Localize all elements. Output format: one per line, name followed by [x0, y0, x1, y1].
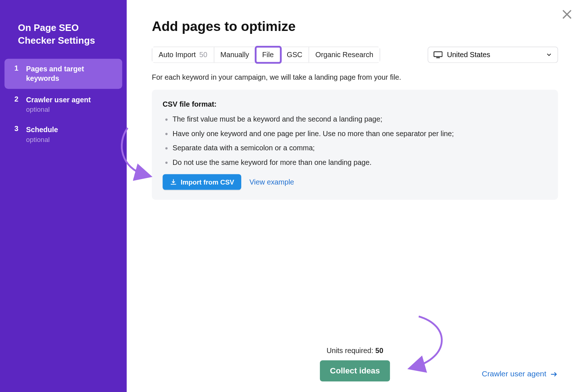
download-icon: [170, 178, 177, 186]
country-label: United States: [447, 51, 541, 59]
options-row: Auto Import 50 Manually File GSC Organic…: [152, 47, 558, 63]
description-text: For each keyword in your campaign, we wi…: [152, 74, 558, 82]
csv-info-item: Do not use the same keyword for more tha…: [163, 157, 547, 168]
import-tabs: Auto Import 50 Manually File GSC Organic…: [152, 47, 380, 63]
csv-info-list: The first value must be a keyword and th…: [163, 114, 547, 168]
units-value: 50: [375, 347, 383, 355]
step-label: Crawler user agent: [26, 95, 91, 105]
sidebar-title: On Page SEO Checker Settings: [0, 21, 127, 58]
step-number: 3: [14, 125, 20, 133]
tab-label: Manually: [220, 51, 249, 59]
step-number: 2: [14, 95, 20, 103]
step-label: Schedule: [26, 125, 58, 135]
next-step-link[interactable]: Crawler user agent: [482, 370, 558, 379]
step-number: 1: [14, 64, 20, 72]
sidebar-step-1[interactable]: 1 Pages and target keywords: [4, 59, 122, 89]
tab-gsc[interactable]: GSC: [281, 47, 309, 62]
csv-info-actions: Import from CSV View example: [163, 174, 547, 190]
button-label: Import from CSV: [181, 178, 234, 186]
step-sublabel: optional: [26, 135, 58, 143]
arrow-right-icon: [550, 370, 558, 378]
step-label: Pages and target keywords: [26, 64, 114, 83]
close-button[interactable]: [561, 8, 574, 21]
sidebar-step-2[interactable]: 2 Crawler user agent optional: [4, 90, 122, 119]
page-title: Add pages to optimize: [152, 19, 558, 34]
main-panel: Add pages to optimize Auto Import 50 Man…: [127, 0, 583, 392]
tab-label: Organic Research: [316, 51, 373, 59]
tab-label: Auto Import: [159, 51, 196, 59]
svg-rect-0: [434, 52, 442, 56]
tab-file[interactable]: File: [256, 47, 281, 62]
sidebar: On Page SEO Checker Settings 1 Pages and…: [0, 0, 127, 392]
csv-info-title: CSV file format:: [163, 100, 547, 108]
tab-label: GSC: [287, 51, 302, 59]
import-csv-button[interactable]: Import from CSV: [163, 174, 241, 190]
close-icon: [561, 8, 574, 21]
csv-info-item: Have only one keyword and one page per l…: [163, 128, 547, 139]
tab-organic-research[interactable]: Organic Research: [309, 47, 380, 62]
tab-label: File: [262, 51, 274, 59]
tab-manually[interactable]: Manually: [214, 47, 256, 62]
csv-info-box: CSV file format: The first value must be…: [152, 90, 558, 200]
units-required: Units required: 50: [326, 347, 383, 355]
country-select[interactable]: United States: [428, 47, 558, 63]
step-sublabel: optional: [26, 106, 91, 113]
tab-auto-import[interactable]: Auto Import 50: [152, 47, 214, 62]
next-step-label: Crawler user agent: [482, 370, 546, 379]
sidebar-step-3[interactable]: 3 Schedule optional: [4, 120, 122, 149]
csv-info-item: Separate data with a semicolon or a comm…: [163, 143, 547, 154]
collect-ideas-button[interactable]: Collect ideas: [320, 360, 390, 381]
footer-center: Units required: 50 Collect ideas: [320, 347, 390, 381]
desktop-icon: [434, 51, 443, 59]
tab-count: 50: [199, 51, 207, 59]
view-example-link[interactable]: View example: [250, 178, 294, 186]
chevron-down-icon: [546, 52, 552, 58]
units-label: Units required:: [326, 347, 375, 355]
csv-info-item: The first value must be a keyword and th…: [163, 114, 547, 125]
